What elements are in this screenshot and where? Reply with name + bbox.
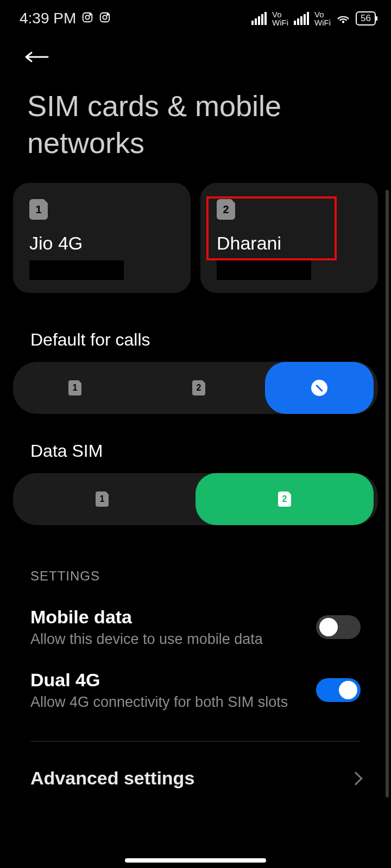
dual-4g-title: Dual 4G [30,669,316,691]
sim-chip-icon: 1 [96,492,109,507]
instagram-icon [99,10,111,27]
sim-chip-icon: 1 [29,199,48,220]
sim-chip-icon: 2 [217,199,235,220]
dual-4g-toggle[interactable] [316,678,361,702]
sim-card-name: Jio 4G [29,233,174,254]
svg-point-5 [107,14,108,15]
data-option-sim1[interactable]: 1 [13,473,191,525]
sim-number-redacted [29,260,124,280]
advanced-settings-row[interactable]: Advanced settings [0,742,391,815]
advanced-settings-title: Advanced settings [30,768,351,789]
vowifi-label: VoWiFi [272,10,288,27]
signal-bars-icon [251,12,267,25]
status-bar: 4:39 PM VoWiFi VoWiFi 56 [0,0,391,37]
not-set-icon [311,380,327,396]
data-option-sim2[interactable]: 2 [195,473,374,525]
sim-chip-icon: 2 [278,492,291,507]
mobile-data-row[interactable]: Mobile data Allow this device to use mob… [0,596,391,659]
svg-point-2 [90,14,91,15]
calls-option-sim1[interactable]: 1 [13,362,137,414]
calls-option-not-set[interactable] [265,362,374,414]
chevron-right-icon [349,771,362,785]
scrollbar[interactable] [386,190,389,797]
battery-indicator: 56 [356,11,376,25]
mobile-data-toggle[interactable] [316,615,361,639]
status-time: 4:39 PM [20,10,76,27]
page-title: SIM cards & mobile networks [0,73,391,173]
home-indicator[interactable] [125,858,266,863]
wifi-icon [336,11,350,25]
dual-4g-row[interactable]: Dual 4G Allow 4G connectivity for both S… [0,659,391,722]
svg-point-1 [86,15,90,19]
mobile-data-title: Mobile data [30,607,316,628]
calls-option-sim2[interactable]: 2 [137,362,261,414]
data-sim-picker: 1 2 [13,473,378,525]
settings-header: SETTINGS [0,525,391,596]
vowifi-label: VoWiFi [314,10,331,27]
default-calls-label: Default for calls [0,303,391,362]
data-sim-label: Data SIM [0,414,391,473]
instagram-icon [81,10,93,27]
svg-point-4 [103,15,107,19]
back-button[interactable] [0,37,391,73]
sim-card-name: Dharani [217,233,362,254]
mobile-data-subtitle: Allow this device to use mobile data [30,631,316,648]
sim-chip-icon: 2 [192,380,205,395]
sim-number-redacted [217,260,311,280]
sim-card-2[interactable]: 2 Dharani [200,183,378,293]
sim-chip-icon: 1 [68,380,81,395]
signal-bars-icon [294,12,309,25]
dual-4g-subtitle: Allow 4G connectivity for both SIM slots [30,694,316,711]
default-calls-picker: 1 2 [13,362,378,414]
sim-card-1[interactable]: 1 Jio 4G [13,183,191,293]
